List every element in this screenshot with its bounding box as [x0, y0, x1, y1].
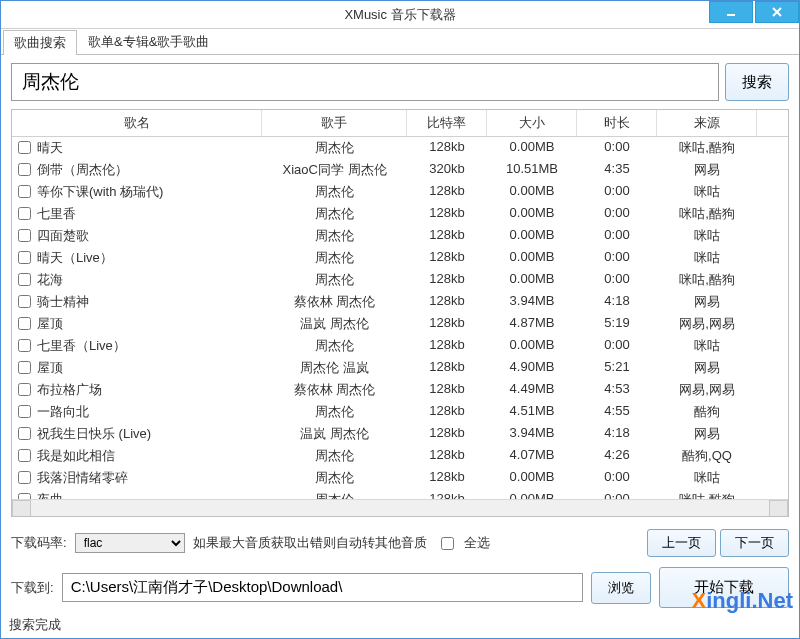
col-header-bitrate[interactable]: 比特率 [407, 110, 487, 136]
search-input[interactable] [11, 63, 719, 101]
status-bar: 搜索完成 [1, 614, 799, 638]
tab-bar: 歌曲搜索 歌单&专辑&歌手歌曲 [1, 29, 799, 55]
table-row[interactable]: 屋顶温岚 周杰伦128kb4.87MB5:19网易,网易 [12, 313, 788, 335]
table-row[interactable]: 七里香周杰伦128kb0.00MB0:00咪咕,酷狗 [12, 203, 788, 225]
col-header-source[interactable]: 来源 [657, 110, 757, 136]
table-row[interactable]: 屋顶周杰伦 温岚128kb4.90MB5:21网易 [12, 357, 788, 379]
row-checkbox[interactable] [18, 295, 31, 308]
table-row[interactable]: 倒带（周杰伦）XiaoC同学 周杰伦320kb10.51MB4:35网易 [12, 159, 788, 181]
row-checkbox[interactable] [18, 141, 31, 154]
bitrate-hint: 如果最大音质获取出错则自动转其他音质 [193, 534, 427, 552]
window-title: XMusic 音乐下载器 [344, 6, 455, 24]
search-button[interactable]: 搜索 [725, 63, 789, 101]
col-header-duration[interactable]: 时长 [577, 110, 657, 136]
start-download-button[interactable]: 开始下载 [659, 567, 789, 608]
row-checkbox[interactable] [18, 185, 31, 198]
table-row[interactable]: 夜曲周杰伦128kb0.00MB0:00咪咕,酷狗 [12, 489, 788, 499]
table-row[interactable]: 晴天周杰伦128kb0.00MB0:00咪咕,酷狗 [12, 137, 788, 159]
row-checkbox[interactable] [18, 207, 31, 220]
horizontal-scrollbar[interactable] [12, 499, 788, 516]
tab-song-search[interactable]: 歌曲搜索 [3, 30, 77, 55]
row-checkbox[interactable] [18, 449, 31, 462]
bitrate-select[interactable]: flac [75, 533, 185, 553]
table-row[interactable]: 七里香（Live）周杰伦128kb0.00MB0:00咪咕 [12, 335, 788, 357]
titlebar: XMusic 音乐下载器 [1, 1, 799, 29]
table-row[interactable]: 我是如此相信周杰伦128kb4.07MB4:26酷狗,QQ [12, 445, 788, 467]
table-row[interactable]: 骑士精神蔡依林 周杰伦128kb3.94MB4:18网易 [12, 291, 788, 313]
table-row[interactable]: 等你下课(with 杨瑞代)周杰伦128kb0.00MB0:00咪咕 [12, 181, 788, 203]
row-checkbox[interactable] [18, 405, 31, 418]
download-path-label: 下载到: [11, 579, 54, 597]
browse-button[interactable]: 浏览 [591, 572, 651, 604]
col-header-artist[interactable]: 歌手 [262, 110, 407, 136]
row-checkbox[interactable] [18, 383, 31, 396]
table-row[interactable]: 花海周杰伦128kb0.00MB0:00咪咕,酷狗 [12, 269, 788, 291]
table-body[interactable]: 晴天周杰伦128kb0.00MB0:00咪咕,酷狗倒带（周杰伦）XiaoC同学 … [12, 137, 788, 499]
row-checkbox[interactable] [18, 471, 31, 484]
row-checkbox[interactable] [18, 163, 31, 176]
col-header-name[interactable]: 歌名 [12, 110, 262, 136]
row-checkbox[interactable] [18, 251, 31, 264]
col-header-size[interactable]: 大小 [487, 110, 577, 136]
row-checkbox[interactable] [18, 339, 31, 352]
row-checkbox[interactable] [18, 427, 31, 440]
row-checkbox[interactable] [18, 317, 31, 330]
table-row[interactable]: 晴天（Live）周杰伦128kb0.00MB0:00咪咕 [12, 247, 788, 269]
table-row[interactable]: 一路向北周杰伦128kb4.51MB4:55酷狗 [12, 401, 788, 423]
tab-playlist-album[interactable]: 歌单&专辑&歌手歌曲 [77, 29, 220, 54]
table-row[interactable]: 布拉格广场蔡依林 周杰伦128kb4.49MB4:53网易,网易 [12, 379, 788, 401]
row-checkbox[interactable] [18, 361, 31, 374]
table-row[interactable]: 四面楚歌周杰伦128kb0.00MB0:00咪咕 [12, 225, 788, 247]
results-table: 歌名 歌手 比特率 大小 时长 来源 晴天周杰伦128kb0.00MB0:00咪… [11, 109, 789, 517]
next-page-button[interactable]: 下一页 [720, 529, 789, 557]
prev-page-button[interactable]: 上一页 [647, 529, 716, 557]
table-row[interactable]: 祝我生日快乐 (Live)温岚 周杰伦128kb3.94MB4:18网易 [12, 423, 788, 445]
bitrate-label: 下载码率: [11, 534, 67, 552]
download-path-input[interactable] [62, 573, 583, 602]
select-all-checkbox[interactable]: 全选 [441, 534, 490, 552]
table-row[interactable]: 我落泪情绪零碎周杰伦128kb0.00MB0:00咪咕 [12, 467, 788, 489]
row-checkbox[interactable] [18, 273, 31, 286]
minimize-button[interactable] [709, 1, 753, 23]
row-checkbox[interactable] [18, 229, 31, 242]
close-button[interactable] [755, 1, 799, 23]
